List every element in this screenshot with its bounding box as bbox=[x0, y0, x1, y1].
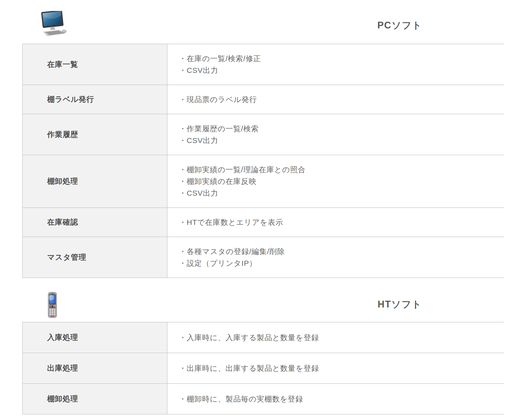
feature-label: 作業履歴 bbox=[22, 114, 167, 155]
desktop-computer-icon bbox=[39, 11, 67, 37]
feature-label: 棚卸処理 bbox=[22, 155, 167, 208]
feature-description-line: ・出庫時に、出庫する製品と数量を登録 bbox=[179, 362, 494, 374]
pc-software-section: PCソフト 在庫一覧 ・在庫の一覧/検索/修正 ・CSV出力 棚ラベル発行 ・現… bbox=[0, 0, 527, 278]
feature-descriptions: ・在庫の一覧/検索/修正 ・CSV出力 bbox=[167, 44, 504, 85]
feature-description-line: ・在庫の一覧/検索/修正 bbox=[179, 53, 494, 64]
feature-label: 棚卸処理 bbox=[22, 384, 167, 414]
feature-label: 棚ラベル発行 bbox=[22, 85, 167, 114]
pc-section-header: PCソフト bbox=[0, 0, 527, 44]
table-row: 作業履歴 ・作業履歴の一覧/検索 ・CSV出力 bbox=[22, 114, 504, 155]
feature-label: 出庫処理 bbox=[22, 353, 167, 384]
feature-description-line: ・CSV出力 bbox=[179, 135, 494, 146]
ht-software-section: HTソフト 入庫処理 ・入庫時に、入庫する製品と数量を登録 出庫処理 ・出庫時に… bbox=[0, 278, 527, 415]
feature-label: 在庫確認 bbox=[22, 208, 167, 237]
feature-label: 入庫処理 bbox=[22, 322, 167, 353]
feature-descriptions: ・出庫時に、出庫する製品と数量を登録 bbox=[167, 353, 504, 384]
feature-description-line: ・HTで在庫数とエリアを表示 bbox=[179, 216, 494, 228]
pc-feature-table: 在庫一覧 ・在庫の一覧/検索/修正 ・CSV出力 棚ラベル発行 ・現品票のラベル… bbox=[22, 44, 504, 278]
table-row: 棚ラベル発行 ・現品票のラベル発行 bbox=[22, 85, 504, 114]
feature-description-line: ・棚卸実績の一覧/理論在庫との照合 bbox=[179, 164, 494, 175]
ht-section-header: HTソフト bbox=[0, 278, 527, 322]
feature-label: 在庫一覧 bbox=[22, 44, 167, 85]
table-row: 棚卸処理 ・棚卸時に、製品毎の実棚数を登録 bbox=[22, 384, 504, 414]
feature-description-line: ・入庫時に、入庫する製品と数量を登録 bbox=[179, 332, 494, 343]
pc-section-title: PCソフト bbox=[377, 19, 422, 32]
handheld-terminal-icon bbox=[47, 292, 57, 319]
table-row: 在庫確認 ・HTで在庫数とエリアを表示 bbox=[22, 208, 504, 237]
ht-feature-table: 入庫処理 ・入庫時に、入庫する製品と数量を登録 出庫処理 ・出庫時に、出庫する製… bbox=[22, 322, 504, 415]
feature-descriptions: ・作業履歴の一覧/検索 ・CSV出力 bbox=[167, 114, 504, 155]
feature-descriptions: ・現品票のラベル発行 bbox=[167, 85, 504, 114]
page: PCソフト 在庫一覧 ・在庫の一覧/検索/修正 ・CSV出力 棚ラベル発行 ・現… bbox=[0, 0, 527, 420]
table-row: マスタ管理 ・各種マスタの登録/編集/削除 ・設定（プリンタIP） bbox=[22, 237, 504, 278]
feature-description-line: ・棚卸実績の在庫反映 bbox=[179, 175, 494, 187]
table-row: 棚卸処理 ・棚卸実績の一覧/理論在庫との照合 ・棚卸実績の在庫反映 ・CSV出力 bbox=[22, 155, 504, 208]
feature-descriptions: ・入庫時に、入庫する製品と数量を登録 bbox=[167, 322, 504, 353]
feature-descriptions: ・棚卸時に、製品毎の実棚数を登録 bbox=[167, 384, 504, 414]
feature-description-line: ・棚卸時に、製品毎の実棚数を登録 bbox=[179, 393, 494, 405]
feature-description-line: ・現品票のラベル発行 bbox=[179, 94, 494, 105]
feature-descriptions: ・棚卸実績の一覧/理論在庫との照合 ・棚卸実績の在庫反映 ・CSV出力 bbox=[167, 155, 504, 208]
feature-descriptions: ・HTで在庫数とエリアを表示 bbox=[167, 208, 504, 237]
feature-description-line: ・設定（プリンタIP） bbox=[179, 257, 494, 269]
feature-description-line: ・CSV出力 bbox=[179, 64, 494, 76]
table-row: 在庫一覧 ・在庫の一覧/検索/修正 ・CSV出力 bbox=[22, 44, 504, 85]
feature-description-line: ・CSV出力 bbox=[179, 187, 494, 199]
ht-section-title: HTソフト bbox=[378, 298, 422, 311]
table-row: 入庫処理 ・入庫時に、入庫する製品と数量を登録 bbox=[22, 322, 504, 353]
feature-descriptions: ・各種マスタの登録/編集/削除 ・設定（プリンタIP） bbox=[167, 237, 504, 278]
feature-label: マスタ管理 bbox=[22, 237, 167, 278]
table-row: 出庫処理 ・出庫時に、出庫する製品と数量を登録 bbox=[22, 353, 504, 384]
feature-description-line: ・作業履歴の一覧/検索 bbox=[179, 123, 494, 135]
feature-description-line: ・各種マスタの登録/編集/削除 bbox=[179, 246, 494, 257]
